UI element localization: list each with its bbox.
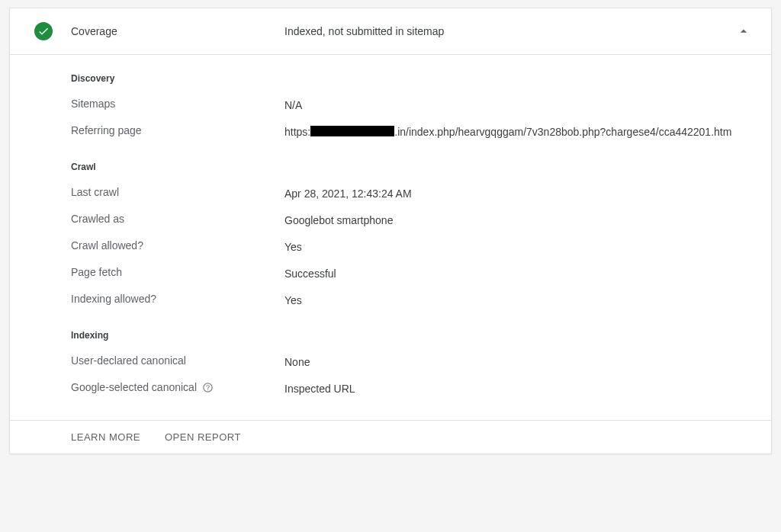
label-crawl-allowed: Crawl allowed? [71, 239, 284, 252]
label-sitemaps: Sitemaps [71, 98, 284, 110]
referring-suffix: .in/index.php/hearvgqggam/7v3n28bob.php?… [394, 126, 731, 138]
section-title-indexing: Indexing [71, 330, 753, 341]
row-user-canonical: User-declared canonical None [71, 354, 753, 370]
value-referring-page: https:.in/index.php/hearvgqggam/7v3n28bo… [284, 124, 753, 140]
row-referring-page: Referring page https:.in/index.php/hearv… [71, 124, 753, 140]
row-google-canonical: Google-selected canonical Inspected URL [71, 381, 753, 397]
help-icon[interactable] [201, 381, 214, 393]
header-title: Coverage [71, 25, 284, 37]
coverage-footer: LEARN MORE OPEN REPORT [10, 420, 771, 453]
open-report-button[interactable]: OPEN REPORT [165, 431, 241, 443]
redacted-block [310, 126, 394, 136]
label-page-fetch: Page fetch [71, 266, 284, 278]
row-last-crawl: Last crawl Apr 28, 2021, 12:43:24 AM [71, 186, 753, 202]
referring-prefix: https: [284, 126, 310, 138]
row-indexing-allowed: Indexing allowed? Yes [71, 293, 753, 309]
label-google-canonical: Google-selected canonical [71, 381, 284, 393]
value-user-canonical: None [284, 354, 753, 370]
label-indexing-allowed: Indexing allowed? [71, 293, 284, 305]
label-google-canonical-text: Google-selected canonical [71, 381, 197, 393]
label-user-canonical: User-declared canonical [71, 354, 284, 367]
coverage-body: Discovery Sitemaps N/A Referring page ht… [10, 55, 771, 420]
section-title-discovery: Discovery [71, 73, 753, 84]
label-referring-page: Referring page [71, 124, 284, 136]
chevron-up-icon[interactable] [734, 22, 753, 40]
label-last-crawl: Last crawl [71, 186, 284, 198]
coverage-header[interactable]: Coverage Indexed, not submitted in sitem… [10, 8, 771, 55]
value-last-crawl: Apr 28, 2021, 12:43:24 AM [284, 186, 753, 202]
row-crawl-allowed: Crawl allowed? Yes [71, 239, 753, 255]
section-discovery: Discovery Sitemaps N/A Referring page ht… [71, 73, 753, 140]
value-indexing-allowed: Yes [284, 293, 753, 309]
row-page-fetch: Page fetch Successful [71, 266, 753, 282]
value-google-canonical: Inspected URL [284, 381, 753, 397]
label-crawled-as: Crawled as [71, 213, 284, 225]
value-sitemaps: N/A [284, 98, 753, 114]
header-status: Indexed, not submitted in sitemap [284, 25, 734, 37]
value-crawled-as: Googlebot smartphone [284, 213, 753, 229]
section-indexing: Indexing User-declared canonical None Go… [71, 330, 753, 397]
learn-more-button[interactable]: LEARN MORE [71, 431, 140, 443]
coverage-card: Coverage Indexed, not submitted in sitem… [9, 8, 772, 454]
row-crawled-as: Crawled as Googlebot smartphone [71, 213, 753, 229]
check-circle-icon [34, 22, 53, 40]
row-sitemaps: Sitemaps N/A [71, 98, 753, 114]
section-title-crawl: Crawl [71, 162, 753, 172]
section-crawl: Crawl Last crawl Apr 28, 2021, 12:43:24 … [71, 162, 753, 309]
value-crawl-allowed: Yes [284, 239, 753, 255]
value-page-fetch: Successful [284, 266, 753, 282]
